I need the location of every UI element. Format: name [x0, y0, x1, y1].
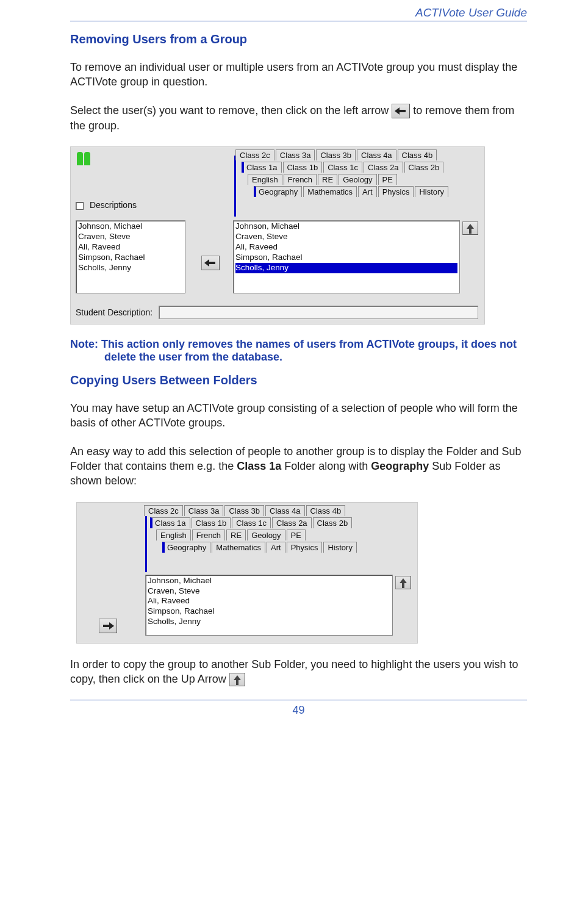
header-rule	[70, 21, 527, 21]
note-text: Note: This action only removes the names…	[70, 338, 527, 364]
folder-tab[interactable]: Class 2a	[364, 162, 403, 173]
tab-container: Class 2cClass 3aClass 3bClass 4aClass 4b…	[248, 149, 478, 198]
folder-tab[interactable]: Physics	[378, 186, 414, 197]
screenshot-copy-users: Class 2cClass 3aClass 3bClass 4aClass 4b…	[76, 502, 418, 644]
student-list[interactable]: Johnson, MichaelCraven, SteveAli, Raveed…	[145, 575, 393, 636]
student-list-left[interactable]: Johnson, MichaelCraven, SteveAli, Raveed…	[76, 220, 185, 293]
add-arrow-button[interactable]	[99, 619, 117, 633]
folder-tab[interactable]: English	[248, 174, 282, 185]
bold-text: Class 1a	[237, 460, 281, 472]
list-item[interactable]: Simpson, Rachael	[78, 253, 183, 263]
footer-rule	[70, 700, 527, 700]
up-arrow-button[interactable]	[395, 576, 411, 589]
folder-tab[interactable]: Class 4b	[398, 149, 437, 160]
bold-text: Geography	[371, 460, 429, 472]
list-item[interactable]: Scholls, Jenny	[78, 263, 183, 273]
text: In order to copy the group to another Su…	[70, 658, 518, 685]
folder-tab[interactable]: Class 3b	[316, 149, 356, 160]
folder-tab[interactable]: Geology	[339, 174, 376, 185]
list-item[interactable]: Scholls, Jenny	[235, 263, 457, 273]
paragraph: In order to copy the group to another Su…	[70, 657, 527, 687]
list-item[interactable]: Craven, Steve	[78, 232, 183, 242]
list-item[interactable]: Ali, Raveed	[78, 242, 183, 253]
paragraph: You may have setup an ACTIVote group con…	[70, 401, 527, 431]
folder-tab[interactable]: RE	[226, 530, 246, 540]
remove-arrow-button[interactable]	[201, 256, 220, 270]
folder-tab[interactable]: History	[323, 542, 356, 553]
folder-tab[interactable]: Geography	[162, 542, 210, 553]
folder-tab[interactable]: Class 3b	[224, 505, 264, 516]
text: Select the user(s) you want to remove, t…	[70, 104, 392, 117]
folder-tab[interactable]: Class 3a	[184, 505, 224, 516]
folder-tab[interactable]: Class 4a	[265, 505, 305, 516]
blue-connector-line	[234, 156, 236, 217]
up-arrow-button[interactable]	[462, 221, 478, 235]
section-heading-removing: Removing Users from a Group	[70, 32, 527, 46]
screenshot-remove-users: Descriptions Class 2cClass 3aClass 3bCla…	[70, 146, 485, 325]
folder-tab[interactable]: Class 2b	[313, 517, 353, 528]
folder-tab[interactable]: Class 2c	[235, 149, 274, 160]
folder-tab[interactable]: Geology	[247, 530, 285, 540]
people-icon	[76, 151, 94, 167]
header-title: ACTIVote User Guide	[70, 6, 527, 20]
list-item[interactable]: Scholls, Jenny	[148, 617, 390, 627]
folder-tab[interactable]: French	[192, 530, 225, 540]
student-list-right[interactable]: Johnson, MichaelCraven, SteveAli, Raveed…	[233, 220, 460, 293]
tab-container: Class 2cClass 3aClass 3bClass 4aClass 4b…	[156, 505, 411, 554]
folder-tab[interactable]: Class 2b	[404, 162, 444, 173]
folder-tab[interactable]: Class 4a	[357, 149, 396, 160]
folder-tab[interactable]: Class 3a	[276, 149, 315, 160]
folder-tab[interactable]: Mathematics	[303, 186, 357, 197]
folder-tab[interactable]: Mathematics	[212, 542, 265, 553]
list-item[interactable]: Simpson, Rachael	[148, 606, 390, 617]
folder-tab[interactable]: Class 1a	[150, 517, 190, 528]
folder-tab[interactable]: Geography	[254, 186, 302, 197]
text: Folder along with	[281, 460, 371, 472]
folder-tab[interactable]: Class 1b	[192, 517, 231, 528]
paragraph: Select the user(s) you want to remove, t…	[70, 103, 527, 134]
paragraph: An easy way to add this selection of peo…	[70, 444, 527, 489]
student-description-field[interactable]	[159, 306, 478, 319]
folder-tab[interactable]: Physics	[287, 542, 323, 553]
list-item[interactable]: Johnson, Michael	[78, 221, 183, 232]
folder-tab[interactable]: Class 1b	[283, 162, 323, 173]
list-item[interactable]: Johnson, Michael	[148, 576, 390, 586]
descriptions-label: Descriptions	[90, 200, 137, 210]
student-description-label: Student Description:	[76, 307, 152, 317]
folder-tab[interactable]: History	[415, 186, 448, 197]
folder-tab[interactable]: Class 1a	[242, 162, 282, 173]
blue-connector-line	[145, 511, 147, 572]
folder-tab[interactable]: Art	[358, 186, 377, 197]
descriptions-checkbox[interactable]	[76, 202, 84, 210]
list-item[interactable]: Johnson, Michael	[235, 221, 457, 232]
folder-tab[interactable]: Art	[267, 542, 285, 553]
list-item[interactable]: Simpson, Rachael	[235, 253, 457, 263]
folder-tab[interactable]: Class 4b	[306, 505, 346, 516]
folder-tab[interactable]: RE	[318, 174, 337, 185]
list-item[interactable]: Ali, Raveed	[235, 242, 457, 253]
folder-tab[interactable]: PE	[287, 530, 306, 540]
folder-tab[interactable]: PE	[378, 174, 397, 185]
left-arrow-icon	[392, 104, 410, 118]
folder-tab[interactable]: Class 1c	[232, 517, 271, 528]
folder-tab[interactable]: French	[284, 174, 317, 185]
folder-tab[interactable]: English	[156, 530, 191, 540]
list-item[interactable]: Craven, Steve	[235, 232, 457, 242]
folder-tab[interactable]: Class 2a	[272, 517, 312, 528]
list-item[interactable]: Craven, Steve	[148, 586, 390, 597]
folder-tab[interactable]: Class 1c	[323, 162, 362, 173]
paragraph: To remove an individual user or multiple…	[70, 60, 527, 90]
up-arrow-icon	[229, 673, 245, 686]
folder-tab[interactable]: Class 2c	[144, 505, 183, 516]
section-heading-copying: Copying Users Between Folders	[70, 373, 527, 387]
list-item[interactable]: Ali, Raveed	[148, 596, 390, 606]
page-number: 49	[70, 704, 527, 717]
